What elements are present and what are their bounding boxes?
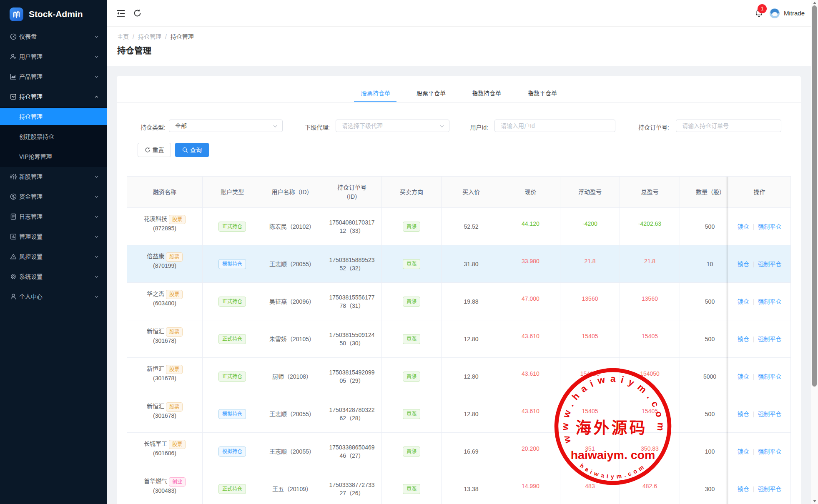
svg-text:海外源码: 海外源码 xyxy=(575,419,647,437)
svg-text:haiwaiym. com: haiwaiym. com xyxy=(571,448,655,462)
